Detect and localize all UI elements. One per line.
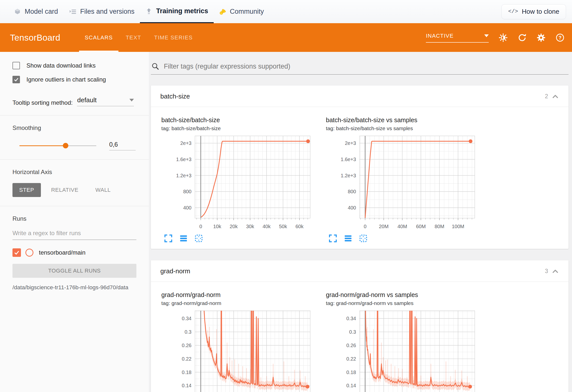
search-icon (151, 62, 159, 70)
line-chart[interactable]: 010k20k30k40k50k60k0.140.180.220.260.30.… (161, 308, 314, 392)
fit-domain-icon[interactable] (359, 234, 368, 243)
how-to-clone-button[interactable]: </> How to clone (501, 4, 566, 19)
ignore-outliers-checkbox[interactable] (12, 76, 20, 83)
tooltip-sorting-select[interactable]: default (77, 96, 134, 106)
smoothing-slider[interactable] (19, 145, 96, 146)
tab-label: Files and versions (80, 8, 135, 15)
chart-batch-size-step: batch-size/batch-size tag: batch-size/ba… (161, 116, 314, 243)
svg-text:60k: 60k (295, 224, 304, 229)
chevron-down-icon (129, 99, 134, 101)
svg-text:400: 400 (348, 205, 356, 210)
step-button[interactable]: STEP (12, 183, 41, 197)
svg-text:0: 0 (364, 224, 367, 229)
card-grad-norm-header[interactable]: grad-norm 3 (151, 260, 569, 282)
card-collapse-control[interactable]: 2 (545, 93, 559, 100)
card-grad-norm: grad-norm 3 grad-norm/grad-norm tag: gra… (151, 260, 569, 392)
tensorboard-tabs: SCALARS TEXT TIME SERIES (78, 23, 199, 52)
svg-text:2e+3: 2e+3 (180, 140, 191, 146)
tooltip-sorting-value: default (77, 96, 96, 104)
chart-tag: tag: batch-size/batch-size (161, 125, 314, 131)
tensorboard-sidebar: Show data download links Ignore outliers… (0, 52, 149, 392)
tab-time-series[interactable]: TIME SERIES (148, 23, 199, 52)
tensorboard-header-actions: INACTIVE ? (426, 23, 565, 52)
svg-text:0.22: 0.22 (182, 356, 191, 362)
run-checkbox[interactable] (12, 248, 21, 257)
log-scale-icon[interactable] (344, 234, 353, 243)
sidebar-divider (0, 115, 149, 115)
chart-tag: tag: grad-norm/grad-norm (161, 300, 314, 306)
line-chart[interactable]: 020M40M60M80M100M0.140.180.220.260.30.34 (326, 308, 478, 392)
chart-tag: tag: grad-norm/grad-norm vs samples (326, 300, 478, 306)
tensorboard-main: Filter tags (regular expressions support… (149, 52, 572, 392)
svg-text:40k: 40k (263, 224, 271, 229)
show-download-links-checkbox[interactable] (12, 62, 20, 69)
tab-text[interactable]: TEXT (119, 23, 148, 52)
chart-title: batch-size/batch-size vs samples (326, 116, 478, 124)
tab-model-card[interactable]: Model card (8, 0, 64, 23)
chart-title: grad-norm/grad-norm vs samples (326, 291, 478, 298)
svg-text:0.3: 0.3 (185, 329, 191, 335)
reload-status-dropdown[interactable]: INACTIVE (426, 33, 489, 43)
svg-text:20M: 20M (379, 224, 388, 229)
card-collapse-control[interactable]: 3 (545, 268, 559, 275)
chart-tag: tag: batch-size/batch-size vs samples (326, 125, 478, 131)
refresh-icon[interactable] (518, 33, 527, 42)
svg-text:800: 800 (348, 189, 356, 194)
svg-text:30k: 30k (246, 224, 254, 229)
chevron-up-icon (552, 268, 559, 275)
how-to-clone-label: How to clone (522, 8, 559, 15)
settings-gear-icon[interactable] (537, 33, 546, 42)
svg-text:0.18: 0.18 (182, 370, 191, 375)
card-batch-size-header[interactable]: batch-size 2 (151, 86, 569, 107)
tensorboard-logo: TensorBoard (10, 23, 60, 52)
brightness-icon[interactable] (499, 33, 508, 42)
line-chart[interactable]: 020M40M60M80M100M4008001.2e+31.6e+32e+3 (326, 133, 478, 233)
svg-text:1.6e+3: 1.6e+3 (176, 157, 191, 162)
log-scale-icon[interactable] (179, 234, 188, 243)
tab-scalars[interactable]: SCALARS (78, 23, 119, 52)
svg-text:0.3: 0.3 (349, 329, 356, 335)
svg-text:0.22: 0.22 (346, 356, 356, 362)
svg-text:0.14: 0.14 (346, 383, 356, 388)
runs-regex-input[interactable]: Write a regex to filter runs (12, 230, 136, 240)
tab-community[interactable]: Community (214, 0, 270, 23)
filter-tags-input[interactable]: Filter tags (regular expressions support… (151, 62, 569, 75)
tab-training-metrics[interactable]: Training metrics (140, 0, 214, 23)
chart-title: grad-norm/grad-norm (161, 291, 314, 298)
expand-chart-icon[interactable] (328, 234, 337, 243)
expand-chart-icon[interactable] (164, 234, 173, 243)
cube-icon (14, 8, 21, 15)
site-tab-bar: Model card Files and versions Training m… (0, 0, 572, 23)
tab-label: Training metrics (156, 7, 208, 15)
slider-thumb[interactable] (63, 143, 68, 148)
smoothing-value-input[interactable]: 0,6 (109, 141, 136, 150)
chart-count-badge: 3 (545, 268, 548, 275)
wall-button[interactable]: WALL (89, 183, 117, 197)
toggle-all-runs-button[interactable]: TOGGLE ALL RUNS (12, 264, 136, 278)
svg-text:400: 400 (183, 205, 191, 210)
tab-label: Community (230, 8, 264, 15)
svg-text:0.26: 0.26 (346, 343, 356, 348)
card-title: grad-norm (160, 267, 190, 275)
sidebar-divider (0, 206, 149, 206)
card-batch-size: batch-size 2 batch-size/batch-size tag: … (151, 86, 569, 249)
svg-text:0.14: 0.14 (182, 383, 191, 388)
status-label: INACTIVE (426, 33, 454, 39)
runs-label: Runs (12, 215, 136, 222)
svg-text:1.6e+3: 1.6e+3 (341, 157, 356, 162)
line-chart[interactable]: 010k20k30k40k50k60k4008001.2e+31.6e+32e+… (161, 133, 314, 233)
chart-count-badge: 2 (545, 93, 548, 100)
code-icon: </> (508, 8, 518, 15)
sidebar-divider (0, 159, 149, 160)
fit-domain-icon[interactable] (194, 234, 203, 243)
help-icon[interactable]: ? (556, 33, 565, 42)
tensorboard-header: TensorBoard SCALARS TEXT TIME SERIES INA… (0, 23, 572, 52)
svg-text:1.2e+3: 1.2e+3 (176, 173, 191, 178)
smoothing-label: Smoothing (12, 124, 136, 131)
tab-files-and-versions[interactable]: Files and versions (64, 0, 140, 23)
svg-text:0.34: 0.34 (182, 316, 191, 321)
chart-title: batch-size/batch-size (161, 116, 314, 124)
svg-text:0.18: 0.18 (346, 370, 356, 375)
horizontal-axis-button-group: STEP RELATIVE WALL (12, 183, 136, 197)
relative-button[interactable]: RELATIVE (44, 183, 85, 197)
